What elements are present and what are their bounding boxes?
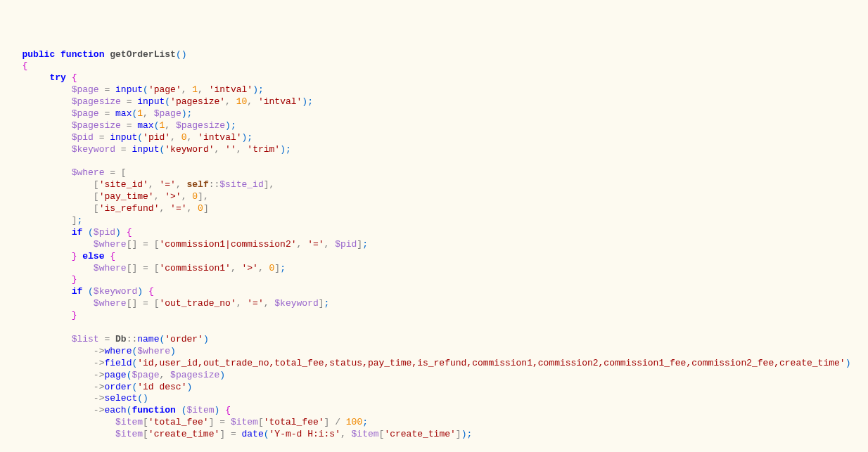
token-plain [66, 72, 72, 83]
code-line[interactable] [6, 322, 862, 334]
code-editor[interactable]: public function getOrderList() { try { $… [6, 49, 862, 452]
token-comma: , [176, 179, 187, 190]
token-operator: = [94, 132, 110, 143]
token-comma: , [264, 298, 275, 309]
code-line[interactable]: ->page($page, $pagesize) [6, 370, 862, 382]
code-line[interactable] [6, 441, 862, 452]
token-variable: $item [231, 417, 258, 427]
token-variable: $list [72, 334, 99, 344]
token-func-call: name [137, 334, 159, 344]
token-plain [6, 179, 94, 190]
token-operator: = [104, 167, 120, 178]
token-semi: ; [258, 84, 264, 95]
code-line[interactable]: ]; [6, 215, 862, 227]
token-comma: , [215, 144, 226, 155]
code-line[interactable]: $item['total_fee'] = $item['total_fee'] … [6, 417, 862, 429]
token-plain [6, 322, 11, 332]
token-variable: $page [132, 370, 159, 380]
code-line[interactable]: $where[] = ['commission1', '>', 0]; [6, 263, 862, 275]
token-string: 'intval' [258, 96, 302, 107]
code-line[interactable]: ->each(function ($item) { [6, 405, 862, 417]
token-operator: = [99, 334, 115, 344]
code-line[interactable]: $item['create_time'] = date('Y-m-d H:i:s… [6, 429, 862, 441]
token-plain [6, 120, 72, 131]
code-line[interactable]: } else { [6, 251, 862, 263]
code-line[interactable]: $page = input('page', 1, 'intval'); [6, 84, 862, 96]
token-func-call: page [104, 370, 126, 380]
code-line[interactable]: { [6, 60, 862, 72]
token-semi: ; [231, 120, 236, 131]
token-plain [6, 144, 72, 155]
token-keyword: if [72, 227, 83, 238]
token-func-call: input [132, 144, 159, 155]
token-plain [6, 310, 72, 321]
token-plain [6, 370, 94, 380]
token-string: 'intval' [209, 84, 253, 95]
token-plain [6, 60, 22, 71]
code-line[interactable]: ->where($where) [6, 346, 862, 358]
token-plain [6, 263, 94, 273]
code-line[interactable]: } [6, 274, 862, 286]
token-plain [82, 227, 88, 238]
code-line[interactable]: $pid = input('pid', 0, 'intval'); [6, 132, 862, 144]
token-bracket: ] [456, 429, 461, 439]
token-operator: = [121, 96, 137, 107]
code-line[interactable]: $pagesize = max(1, $pagesize); [6, 120, 862, 132]
token-paren: ) [115, 227, 121, 238]
token-paren: ( [137, 132, 143, 143]
token-semi: ; [77, 215, 82, 226]
token-operator: / [329, 417, 345, 427]
token-variable: $where [94, 239, 127, 250]
token-bracket: ] [319, 298, 324, 309]
code-line[interactable]: $where[] = ['out_trade_no', '=', $keywor… [6, 298, 862, 310]
token-brace: { [225, 405, 231, 415]
code-line[interactable]: ['pay_time', '>', 0], [6, 191, 862, 203]
token-plain [6, 215, 72, 226]
token-brace: { [72, 72, 77, 83]
token-semi: ; [362, 239, 368, 250]
token-plain [176, 405, 181, 415]
code-line[interactable]: ['site_id', '=', self::$site_id], [6, 179, 862, 191]
token-string: '>' [242, 263, 258, 273]
token-comma: , [297, 239, 308, 250]
token-variable: $page [154, 108, 181, 119]
code-line[interactable] [6, 156, 862, 168]
code-line[interactable]: $where = [ [6, 167, 862, 179]
code-line[interactable]: $page = max(1, $page); [6, 108, 862, 120]
code-line[interactable]: public function getOrderList() [6, 49, 862, 61]
code-line[interactable]: ['is_refund', '=', 0] [6, 203, 862, 215]
token-string: 'site_id' [99, 179, 148, 190]
code-line[interactable]: if ($keyword) { [6, 286, 862, 298]
token-string: '>' [165, 191, 181, 202]
code-line[interactable]: } [6, 310, 862, 322]
token-operator: = [121, 120, 137, 131]
token-keyword: if [72, 286, 83, 297]
token-paren: ) [253, 84, 258, 95]
token-plain [6, 393, 94, 403]
token-string: 'create_time' [384, 429, 455, 439]
token-comma: , [170, 132, 181, 143]
code-line[interactable]: try { [6, 72, 862, 84]
code-line[interactable]: $pagesize = input('pagesize', 10, 'intva… [6, 96, 862, 108]
token-string: 'total_fee' [148, 417, 209, 427]
code-line[interactable]: ->select() [6, 393, 862, 405]
token-plain [6, 346, 94, 356]
code-line[interactable]: $keyword = input('keyword', '', 'trim'); [6, 144, 862, 156]
token-string: 'intval' [198, 132, 241, 143]
token-func-call: date [242, 429, 264, 439]
token-plain [6, 334, 72, 344]
code-line[interactable]: ->field('id,user_id,out_trade_no,total_f… [6, 358, 862, 370]
code-line[interactable]: if ($pid) { [6, 227, 862, 239]
token-variable: $item [352, 429, 379, 439]
code-line[interactable]: $list = Db::name('order') [6, 334, 862, 346]
token-string: 'id,user_id,out_trade_no,total_fee,statu… [137, 358, 845, 368]
token-comma: , [269, 179, 275, 190]
token-plain [82, 286, 88, 297]
code-line[interactable]: ->order('id desc') [6, 382, 862, 394]
code-line[interactable]: $where[] = ['commission1|commission2', '… [6, 239, 862, 251]
token-comma: , [159, 370, 170, 380]
token-bracket: [ [94, 179, 99, 190]
token-bracket: ] [274, 263, 280, 273]
token-string: 'order' [165, 334, 203, 344]
token-bracket: ] [357, 239, 362, 250]
